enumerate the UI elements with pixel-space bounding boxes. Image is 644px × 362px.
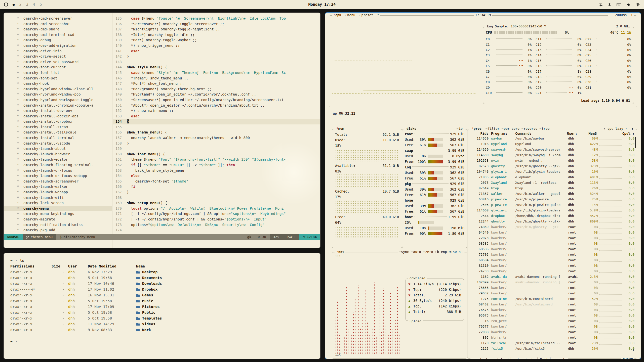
process-row[interactable]: 76577kworker/root0B0.0 (467, 324, 637, 329)
code-line[interactable]: 167} (113, 190, 320, 195)
code-line[interactable]: 154} (113, 119, 320, 124)
code-line[interactable]: 141 esac (113, 49, 320, 54)
sort-selector[interactable]: ‹ cpu lazy › (602, 127, 628, 130)
process-row[interactable]: 16rcu_preeroot0B0.0 (467, 318, 637, 324)
process-row[interactable]: 72073kworker/root0B0.0 (467, 235, 637, 241)
code-line[interactable]: 170 local options="♪ Audio\n≈ Wifi\nᛒ Bl… (113, 206, 320, 211)
file-item[interactable]: *omarchy-install-vscode (4, 141, 112, 146)
process-row[interactable]: 68584kworker/root0B0.0 (467, 257, 637, 263)
proc-footer-select[interactable]: ↑ select ↓ (472, 357, 492, 359)
file-item[interactable]: *omarchy-font-current (4, 65, 112, 70)
file-item[interactable]: *omarchy-font-set (4, 76, 112, 81)
code-line[interactable]: 149 *Hyprland*) open_in_editor ~/.config… (113, 92, 320, 97)
process-row[interactable]: 72088kworker/root0B0.0 (467, 329, 637, 335)
prompt-line[interactable]: ~ › (10, 339, 314, 344)
preset-button[interactable]: preset (359, 13, 373, 17)
file-item[interactable]: *omarchy-font-list (4, 70, 112, 76)
process-row[interactable]: 79032kworker/root0B0.0 (467, 291, 637, 296)
process-row[interactable]: 114659swayosd-/usr/bin/swayosd-serverdhh… (467, 147, 637, 152)
file-item[interactable]: *omarchy-launch-or-focus (4, 168, 112, 173)
process-row[interactable]: 102638nvimnvim --embed .dhh58M0.0 (467, 158, 637, 163)
file-item[interactable]: *omarchy-install-terminal (4, 135, 112, 141)
file-item[interactable]: *omarchy-lock-screen (4, 200, 112, 206)
code-line[interactable]: 146 *Theme*) show_theme_menu ;; (113, 76, 320, 81)
file-item[interactable]: *omarchy-cmd-screenshot (4, 21, 112, 27)
file-item[interactable]: *omarchy-hyprland-workspace-toggle (4, 97, 112, 103)
code-line[interactable]: 164 else (113, 173, 320, 179)
code-line[interactable]: 140 *) show_trigger_menu ;; (113, 43, 320, 49)
process-row[interactable]: 114639waybar/usr/bin/waybardhh69M0.0 (467, 136, 637, 141)
code-line[interactable]: 148 *Background*) omarchy-theme-bg-next … (113, 86, 320, 92)
file-item[interactable]: *omarchy-launch-screensaver (4, 179, 112, 184)
file-item[interactable]: *omarchy-cmd-terminal-cwd (4, 32, 112, 38)
process-row[interactable]: 81310kworker/root0B0.0 (467, 263, 637, 268)
file-item[interactable]: *omarchy-menu (4, 206, 112, 211)
process-row[interactable]: 63816pipewire/usr/bin/pipewiredhh25M0.0 (467, 197, 637, 202)
code-editor[interactable]: 135 case $(menu "Toggle" "▣ Screensaver\… (113, 13, 320, 248)
proc-scrollbar[interactable] (635, 137, 636, 148)
interval-minus-button[interactable]: - (609, 13, 611, 17)
code-line[interactable]: 142} (113, 54, 320, 59)
process-row[interactable]: 74733kworker/root0B0.0 (467, 268, 637, 274)
volume-icon[interactable] (626, 3, 631, 7)
process-row[interactable]: 114668glycin-i/usr/lib/glycin-loadersdhh… (467, 208, 637, 213)
proc-footer-info[interactable]: info ⏎ (497, 357, 508, 359)
code-line[interactable]: 174 (113, 228, 320, 233)
code-line[interactable]: 161 theme=$(menu "Font" "$(omarchy-font-… (113, 157, 320, 162)
process-row[interactable]: 102099kworker/avahi-daemon: running [roo… (467, 280, 637, 285)
process-row[interactable]: 87649btopbtopdhh26M0.0 (467, 186, 637, 191)
code-line[interactable]: 137 *Nightlight*) omarchy-toggle-nightli… (113, 27, 320, 32)
code-line[interactable]: 151 *About*) open_in_editor ~/.config/om… (113, 103, 320, 108)
process-row[interactable]: 12244ghostty/usr/bin/ghostty --gtk-dhh86… (467, 219, 637, 224)
file-item[interactable]: *omarchy-debug (4, 37, 112, 43)
code-line[interactable]: 136 *Screensaver*) omarchy-toggle-screen… (113, 21, 320, 27)
file-item[interactable]: *omarchy-hook (4, 81, 112, 86)
code-line[interactable]: 155 (113, 124, 320, 130)
file-item[interactable]: *omarchy-menu-keybindings (4, 211, 112, 217)
net-tab-zero[interactable]: zero (423, 250, 433, 254)
code-line[interactable]: 153 esac (113, 114, 320, 119)
code-line[interactable]: 150 *Screensaver*) open_in_editor ~/.con… (113, 97, 320, 103)
proc-tab-reverse[interactable]: reverse (521, 127, 538, 130)
menu-button[interactable]: menu (345, 13, 355, 17)
process-row[interactable]: 1916HyprlandHyprlanddhh422M0.0 (467, 141, 637, 147)
process-row[interactable]: 1275containe/usr/bin/containerdroot52M0.… (467, 296, 637, 302)
file-item[interactable]: *omarchy-drive-select (4, 54, 112, 59)
logo-icon[interactable] (4, 3, 8, 7)
process-row[interactable]: 803btrfs-trroot0B0.0 (467, 335, 637, 340)
code-line[interactable]: 156show_theme_menu() { (113, 130, 320, 135)
code-line[interactable]: 145 case $(menu "Style" "◧ Theme\nƒ Font… (113, 70, 320, 76)
file-item[interactable]: *omarchy-pkg-add (4, 228, 112, 233)
file-item[interactable]: *omarchy-install-dev-env (4, 108, 112, 114)
proc-tab-filter[interactable]: filter (486, 127, 500, 130)
process-row[interactable]: 68583kworker/root0B0.0 (467, 241, 637, 246)
file-item[interactable]: *omarchy-migrate (4, 217, 112, 222)
process-row[interactable]: 74869kworker//usr/bin/ghostty --gtk-root… (467, 224, 637, 230)
code-line[interactable]: 158} (113, 141, 320, 146)
code-line[interactable]: 160show_font_menu() { (113, 152, 320, 157)
workspace-2[interactable]: 2 (19, 2, 21, 7)
bluetooth-icon[interactable] (608, 3, 612, 7)
file-item[interactable]: *omarchy-launch-webapp (4, 190, 112, 195)
file-item[interactable]: *omarchy-cmd-share (4, 27, 112, 32)
sort-arrow[interactable]: ↑ (630, 130, 634, 136)
code-line[interactable]: 162 if [[ "$theme" == "CNCLD" || -z "$th… (113, 162, 320, 168)
code-line[interactable]: 144show_style_menu() { (113, 65, 320, 70)
file-item[interactable]: *omarchy-launch-walker (4, 184, 112, 190)
code-line[interactable]: 159 (113, 146, 320, 152)
net-interface[interactable]: ←b enp191s0 n→ (435, 250, 463, 254)
terminal-output[interactable]: ~ › ls PermissionsSizeUserDate ModifiedN… (4, 253, 320, 349)
process-row[interactable]: 114630swaybg/usr/bin/swaybg -i /homdhh12… (467, 152, 637, 158)
code-line[interactable]: 173 options="$options\n⚙ Defaults\n◎ DNS… (113, 222, 320, 228)
file-item[interactable]: *omarchy-drive-set-password (4, 59, 112, 65)
process-row[interactable]: 95673kworker/root0B0.0 (467, 313, 637, 318)
proc-footer-kill[interactable]: Kill (540, 357, 548, 359)
process-row[interactable]: 94540kworker/root0B0.0 (467, 230, 637, 235)
process-row[interactable]: 76575kworker/root0B0.0 (467, 307, 637, 313)
workspace-5[interactable]: 5 (40, 2, 42, 7)
proc-footer-terminate[interactable]: ← terminate (513, 357, 535, 359)
file-item[interactable]: *omarchy-install-tailscale (4, 130, 112, 135)
process-row[interactable]: 2506pipewire/usr/bin/pipewire-pulsedhh14… (467, 202, 637, 208)
swap-icon[interactable] (598, 3, 603, 7)
workspace-1[interactable]: ● (13, 3, 15, 7)
